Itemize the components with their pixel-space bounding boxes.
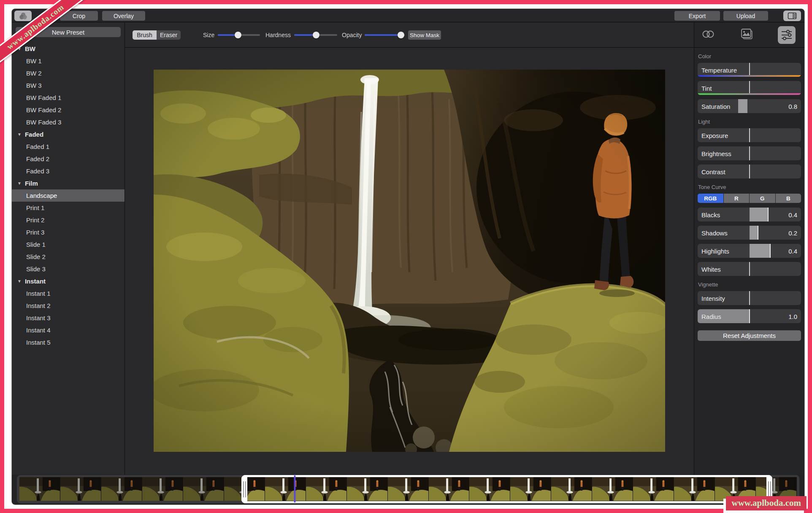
slider-knob[interactable]	[398, 32, 404, 38]
slider-center-marker	[749, 291, 750, 305]
channel-g[interactable]: G	[750, 194, 775, 203]
tool-brush[interactable]: Brush	[133, 30, 157, 40]
whites-slider[interactable]: Whites	[698, 262, 801, 276]
app-body: New Preset ▼BWBW 1BW 2BW 3BW Faded 1BW F…	[12, 22, 804, 475]
channel-b[interactable]: B	[776, 194, 801, 203]
preset-item[interactable]: Instant 5	[12, 336, 125, 348]
preset-item[interactable]: Instant 1	[12, 287, 125, 300]
preset-item[interactable]: BW 3	[12, 79, 125, 92]
slider-label: Whites	[701, 265, 721, 273]
intensity-slider[interactable]: Intensity	[698, 291, 801, 305]
video-frame-waterfall[interactable]	[154, 70, 665, 452]
preset-item[interactable]: BW Faded 3	[12, 116, 125, 128]
tool-eraser[interactable]: Eraser	[157, 30, 181, 40]
show-mask-button[interactable]: Show Mask	[408, 30, 441, 40]
preset-item[interactable]: BW Faded 2	[12, 104, 125, 116]
hardness-slider-label: Hardness	[265, 32, 291, 38]
slider-handle-block[interactable]	[738, 99, 747, 113]
slider-center-marker	[749, 165, 750, 178]
preset-group-header[interactable]: ▼BW	[12, 43, 125, 55]
compare-icon[interactable]	[702, 30, 715, 39]
slider-value-marker[interactable]	[768, 208, 769, 221]
tint-slider[interactable]: Tint	[698, 81, 801, 95]
slider-knob[interactable]	[313, 32, 319, 38]
preset-item[interactable]: BW 2	[12, 67, 125, 79]
dim-left	[19, 477, 241, 501]
trim-selection[interactable]	[241, 475, 772, 503]
hardness-slider[interactable]	[294, 34, 337, 36]
highlights-slider[interactable]: Highlights0.4	[698, 244, 801, 258]
slider-value: 1.0	[788, 313, 797, 320]
trim-handle-left[interactable]	[241, 475, 247, 503]
slider-label: Tint	[701, 84, 712, 92]
preset-group-header[interactable]: ▼Film	[12, 177, 125, 189]
filters-app-button[interactable]	[14, 11, 32, 21]
brightness-slider[interactable]: Brightness	[698, 146, 801, 160]
disclosure-triangle-icon: ▼	[17, 279, 22, 284]
slider-value-marker[interactable]	[749, 309, 750, 323]
preset-item[interactable]: Instant 4	[12, 324, 125, 336]
preset-item[interactable]: Faded 1	[12, 140, 125, 153]
photos-icon[interactable]	[741, 28, 753, 40]
export-button[interactable]: Export	[674, 11, 720, 21]
adjustments-panel: ColorTemperatureTintSaturation0.8LightEx…	[694, 22, 804, 475]
preset-item[interactable]: Faded 2	[12, 153, 125, 165]
preset-item[interactable]: Faded 3	[12, 165, 125, 177]
slider-value: 0.2	[788, 229, 797, 236]
slider-center-marker	[749, 128, 750, 142]
slider-label: Blacks	[701, 211, 720, 218]
playhead[interactable]	[294, 475, 295, 502]
preset-item[interactable]: Landscape	[12, 189, 125, 202]
overlay-button[interactable]: Overlay	[102, 11, 145, 21]
preset-item[interactable]: BW Faded 1	[12, 92, 125, 104]
panel-tabs	[694, 22, 804, 48]
preset-item[interactable]: Print 3	[12, 226, 125, 238]
radius-slider[interactable]: Radius1.0	[698, 309, 801, 323]
preset-item[interactable]: Print 1	[12, 202, 125, 214]
slider-fill	[750, 226, 758, 240]
slider-knob[interactable]	[235, 32, 241, 38]
slider-label: Contrast	[701, 168, 725, 175]
section-label: Tone Curve	[698, 184, 801, 190]
preset-group-header[interactable]: ▼Faded	[12, 128, 125, 140]
preset-item[interactable]: Slide 2	[12, 251, 125, 263]
slider-fill	[750, 208, 768, 221]
section-label: Vignette	[698, 281, 801, 288]
shadows-slider[interactable]: Shadows0.2	[698, 226, 801, 240]
blacks-slider[interactable]: Blacks0.4	[698, 208, 801, 221]
upload-button[interactable]: Upload	[723, 11, 768, 21]
preset-item[interactable]: Instant 2	[12, 300, 125, 312]
contrast-slider[interactable]: Contrast	[698, 165, 801, 178]
slider-label: Shadows	[701, 229, 728, 236]
panel-toggle-icon	[788, 12, 797, 19]
adjustments-icon	[781, 29, 793, 41]
preset-group-header[interactable]: ▼Instant	[12, 275, 125, 287]
watermark-badge: www.aplboda.com	[726, 496, 807, 510]
slider-value-marker[interactable]	[770, 244, 771, 258]
app-window: Crop Overlay Export Upload New Preset ▼B…	[12, 9, 804, 505]
slider-center-marker	[749, 262, 750, 276]
editor-center: BrushEraser Size Hardness Opacity Show M…	[125, 22, 694, 475]
slider-value: 0.8	[788, 103, 797, 110]
size-slider[interactable]	[218, 34, 260, 36]
preset-item[interactable]: BW 1	[12, 55, 125, 67]
slider-label: Temperature	[701, 66, 737, 73]
slider-value-marker[interactable]	[758, 226, 758, 240]
saturation-slider[interactable]: Saturation0.8	[698, 99, 801, 113]
channel-r[interactable]: R	[724, 194, 750, 203]
toggle-sidebar-button[interactable]	[783, 11, 801, 21]
reset-adjustments-button[interactable]: Reset Adjustments	[698, 330, 801, 341]
slider-gradient-strip	[698, 75, 801, 77]
channel-rgb[interactable]: RGB	[698, 194, 723, 203]
temperature-slider[interactable]: Temperature	[698, 63, 801, 77]
preset-item[interactable]: Print 2	[12, 214, 125, 226]
timeline-filmstrip[interactable]	[17, 475, 799, 503]
preset-item[interactable]: Slide 3	[12, 263, 125, 275]
overlapping-circles-icon	[18, 12, 29, 20]
slider-value: 0.4	[788, 211, 797, 218]
preset-item[interactable]: Slide 1	[12, 238, 125, 251]
exposure-slider[interactable]: Exposure	[698, 128, 801, 142]
preset-item[interactable]: Instant 3	[12, 312, 125, 324]
slider-gradient-strip	[698, 93, 801, 95]
opacity-slider[interactable]	[365, 34, 405, 36]
